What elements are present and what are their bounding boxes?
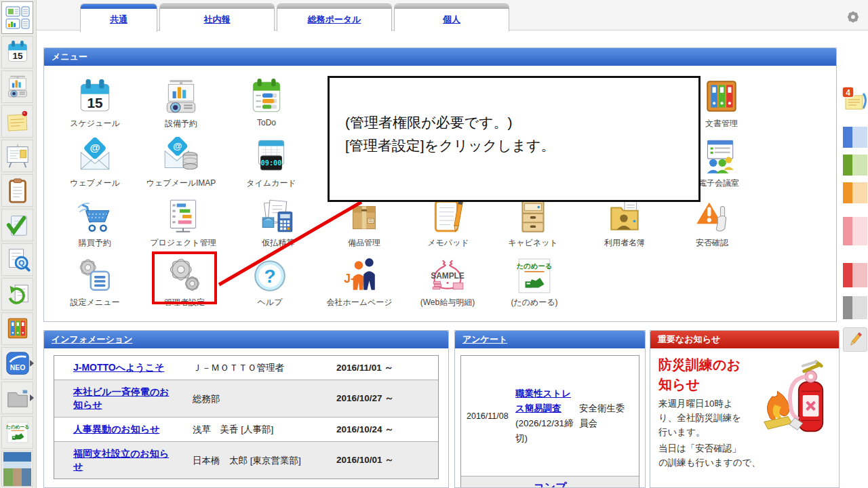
- svg-text:15: 15: [12, 51, 23, 61]
- svg-text:NEO: NEO: [9, 364, 25, 371]
- info-title-link[interactable]: 福岡支社設立のお知らせ: [73, 448, 169, 472]
- sidebar-item-todo[interactable]: [1, 209, 33, 241]
- tab-personal[interactable]: 個人: [394, 3, 509, 31]
- information-header: インフォメーション: [44, 331, 448, 348]
- sticky-note-icon: [5, 108, 31, 134]
- notification-note-icon[interactable]: 4: [841, 85, 868, 114]
- menu-item-tanomeru[interactable]: たのめーる (たのめーる): [490, 253, 578, 308]
- sidebar-item-circular[interactable]: [1, 174, 33, 207]
- menu-item-label: 購買予約: [51, 237, 139, 249]
- menu-title: メニュー: [52, 52, 87, 62]
- sidebar-item-facility-reservation[interactable]: [1, 70, 33, 103]
- menu-item-company-homepage[interactable]: J- 会社ホームページ: [315, 253, 403, 308]
- menu-item-label: 仮払精算: [234, 237, 322, 249]
- workflow-icon: [5, 281, 31, 307]
- right-tab-gray[interactable]: [843, 296, 867, 319]
- svg-text:J-: J-: [344, 272, 355, 285]
- sidebar-item-bulletin-board[interactable]: [1, 140, 33, 172]
- sidebar-item-document-search[interactable]: Q: [1, 243, 33, 276]
- menu-item-settings-menu[interactable]: 設定メニュー: [51, 253, 139, 308]
- tab-label: 総務ポータル: [308, 14, 361, 26]
- svg-text:たのめーる: たのめーる: [517, 262, 553, 270]
- sidebar-item-folder[interactable]: [1, 382, 33, 414]
- sidebar-item-portal-layout[interactable]: [1, 1, 33, 34]
- edit-layout-button[interactable]: [843, 327, 867, 352]
- tab-bar: [160, 4, 274, 9]
- menu-item-equipment-management[interactable]: 備品管理: [320, 194, 408, 249]
- menu-item-web-payslip[interactable]: SAMPLE (Web給与明細): [403, 253, 492, 308]
- menu-item-label: 安否確認: [668, 237, 756, 249]
- info-author: 総務部: [174, 387, 316, 411]
- cabinet-icon: [513, 197, 553, 236]
- menu-item-label: ウェブメールIMAP: [137, 178, 225, 189]
- shopping-cart-icon: [75, 197, 115, 236]
- info-date: 2016/10/27 ～: [316, 387, 415, 410]
- tab-company-news[interactable]: 社内報: [159, 3, 275, 31]
- right-tab-orange[interactable]: [843, 182, 867, 203]
- information-panel: インフォメーション J-MOTTOへようこそ Ｊ－ＭＯＴＴＯ管理者 2016/1…: [43, 330, 449, 488]
- sidebar-item-document-management[interactable]: [1, 312, 33, 345]
- information-row: 本社ビル一斉停電のお知らせ 総務部 2016/10/27 ～: [54, 380, 438, 417]
- schedule-calendar-icon: 15: [5, 39, 31, 65]
- important-notice-panel: 重要なお知らせ 防災訓練のお知らせ 来週月曜日10時より、全社防災訓練を行います…: [650, 330, 840, 488]
- info-title-link[interactable]: J-MOTTOへようこそ: [73, 362, 164, 373]
- annotation-callout: (管理者権限が必要です。) [管理者設定]をクリックします。: [328, 76, 701, 202]
- menu-item-facility-reservation[interactable]: 設備予約: [137, 75, 225, 129]
- menu-item-label: 設備予約: [137, 118, 225, 129]
- info-title-link[interactable]: 本社ビル一斉停電のお知らせ: [73, 386, 169, 410]
- tab-common[interactable]: 共通: [80, 3, 157, 32]
- info-title-link[interactable]: 人事異動のお知らせ: [73, 424, 159, 434]
- sidebar-item-ad-banner[interactable]: [1, 451, 33, 487]
- sidebar-item-desknets-neo[interactable]: NEO: [1, 347, 33, 380]
- facility-projector-icon: [5, 74, 31, 100]
- schedule-calendar-icon: 15: [75, 77, 115, 117]
- tab-label: 共通: [110, 14, 127, 26]
- information-row: 人事異動のお知らせ 浅草 美香 [人事部] 2016/10/24 ～: [54, 417, 438, 441]
- meeting-room-icon: [699, 137, 738, 176]
- sidebar-item-message-memo[interactable]: [1, 105, 33, 138]
- menu-item-help[interactable]: ? ヘルプ: [226, 253, 314, 308]
- information-title-link[interactable]: インフォメーション: [52, 334, 132, 344]
- survey-title-link[interactable]: アンケート: [462, 334, 507, 344]
- portal-screen: 共通 社内報 総務ポータル 個人: [0, 0, 868, 488]
- menu-item-project-management[interactable]: プロジェクト管理: [139, 194, 227, 249]
- webmail-imap-icon: @: [161, 137, 201, 176]
- sidebar-item-schedule[interactable]: 15: [1, 36, 33, 68]
- important-notice-header: 重要なお知らせ: [650, 331, 839, 348]
- menu-item-label: 会社ホームページ: [315, 297, 403, 308]
- callout-line1: (管理者権限が必要です。): [345, 111, 698, 134]
- settings-gear-icon[interactable]: [844, 8, 862, 26]
- menu-item-label: キャビネット: [489, 237, 577, 249]
- user-roster-icon: [605, 197, 644, 236]
- right-tab-green[interactable]: [843, 155, 867, 176]
- safety-alert-icon: [692, 197, 732, 236]
- right-tab-red[interactable]: [843, 263, 867, 287]
- survey-link[interactable]: コンプ: [533, 481, 566, 488]
- menu-item-purchase-reservation[interactable]: 購買予約: [51, 194, 139, 249]
- menu-item-memo-pad[interactable]: メモパッド: [404, 194, 492, 249]
- menu-item-schedule[interactable]: 15 スケジュール: [51, 75, 139, 129]
- portal-layout-icon: [4, 4, 31, 31]
- survey-link[interactable]: 職業性ストレス簡易調査: [515, 388, 571, 413]
- menu-item-cabinet[interactable]: キャビネット: [489, 194, 577, 249]
- tab-general-affairs-portal[interactable]: 総務ポータル: [277, 3, 392, 31]
- menu-item-user-directory[interactable]: 利用者名簿: [580, 194, 669, 249]
- svg-text:?: ?: [264, 266, 275, 287]
- bookshelf-icon: [702, 77, 741, 117]
- menu-item-webmail-imap[interactable]: @ ウェブメールIMAP: [137, 134, 225, 189]
- menu-item-timecard[interactable]: 09:00 タイムカード: [227, 134, 315, 189]
- menu-item-todo[interactable]: ToDo: [222, 75, 311, 127]
- menu-item-webmail[interactable]: @ ウェブメール: [51, 134, 139, 189]
- right-tab-blue[interactable]: [843, 127, 867, 148]
- menu-item-advance-payment[interactable]: 仮払精算: [234, 194, 322, 249]
- information-row: 福岡支社設立のお知らせ 日本橋 太郎 [東京営業部] 2016/10/01 ～: [54, 441, 438, 479]
- settings-menu-icon: [75, 256, 115, 296]
- menu-item-label: タイムカード: [227, 178, 315, 189]
- right-tab-pink[interactable]: [843, 217, 867, 245]
- sidebar-item-tanomeru[interactable]: たのめーる: [1, 416, 33, 449]
- important-notice-body: 防災訓練のお知らせ 来週月曜日10時より、全社防災訓練を行います。 当日は「安否…: [650, 348, 839, 470]
- menu-item-label: ToDo: [222, 118, 311, 127]
- menu-item-label: 備品管理: [320, 237, 408, 249]
- menu-item-safety-confirmation[interactable]: 安否確認: [668, 194, 756, 249]
- sidebar-item-workflow[interactable]: [1, 278, 33, 310]
